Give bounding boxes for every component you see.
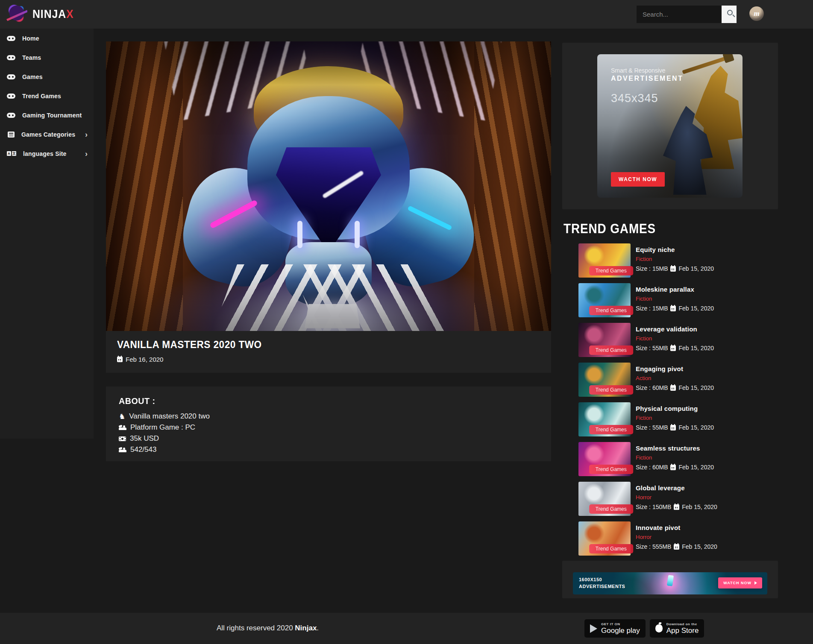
trend-games-badge: Trend Games [589,345,633,355]
sidebar-item-label: Games [22,73,43,80]
post-hero-image [106,41,551,331]
trend-game-item[interactable]: Trend Games Engaging pivot Action Size :… [578,363,766,397]
game-date: Feb 15, 2020 [678,384,714,391]
trend-games-badge: Trend Games [589,266,633,275]
calendar-icon [670,425,676,430]
game-size: Size : 15MB [636,265,668,272]
search-button[interactable] [722,6,737,23]
game-title[interactable]: Leverage validation [636,325,714,333]
app-store-badge[interactable]: Download on the App Store [650,619,704,638]
gamepad-icon [7,55,15,60]
watch-now-button[interactable]: WATCH NOW [718,577,762,588]
calendar-icon [670,306,676,311]
sidebar-item-gaming-tournament[interactable]: Gaming Tournament [0,105,94,125]
search-input[interactable] [637,6,722,23]
game-title[interactable]: Seamless structures [636,445,714,452]
calendar-icon [117,357,123,362]
post-title: VANILLA MASTERS 2020 TWO [117,339,515,351]
game-title[interactable]: Innovate pivot [636,524,717,531]
game-size: Size : 55MB [636,424,668,431]
about-heading: ABOUT : [119,396,513,406]
advertisement-1600x150[interactable]: 1600X150 ADVERTISEMENTS WATCH NOW [573,572,767,594]
trend-game-item[interactable]: Trend Games Innovate pivot Horror Size :… [578,521,766,556]
game-title[interactable]: Moleskine parallax [636,286,714,293]
game-thumbnail[interactable]: Trend Games [578,323,631,357]
brand-logo[interactable]: NINJAX [6,3,77,25]
search-box [637,6,737,23]
sidebar-item-home[interactable]: Home [0,29,94,48]
game-title[interactable]: Engaging pivot [636,365,714,372]
chevron-right-icon: › [85,150,88,158]
calendar-icon [670,345,676,351]
post-date-row: Feb 16, 2020 [117,356,540,363]
trend-games-badge: Trend Games [589,465,633,474]
about-row-platform: Platform Game : PC [119,423,538,432]
sidebar-nav: Home Teams Games Trend Games Gaming Tour… [0,29,94,439]
trend-games-badge: Trend Games [589,306,633,315]
ninja-mascot-icon [6,3,27,25]
trend-game-item[interactable]: Trend Games Seamless structures Fiction … [578,442,766,476]
ad-title: ADVERTISEMENT [611,75,683,82]
about-row-prize: 35k USD [119,434,538,443]
game-thumbnail[interactable]: Trend Games [578,521,631,556]
sidebar-item-games-categories[interactable]: Games Categories › [0,125,94,144]
game-thumbnail[interactable]: Trend Games [578,243,631,278]
about-row-players: 542/543 [119,445,538,454]
game-thumbnail[interactable]: Trend Games [578,363,631,397]
game-meta: Moleskine parallax Fiction Size : 15MB F… [636,283,714,317]
users-icon [119,425,126,430]
game-size: Size : 55MB [636,345,668,351]
game-size: Size : 15MB [636,305,668,312]
trend-game-item[interactable]: Trend Games Leverage validation Fiction … [578,323,766,357]
game-date: Feb 15, 2020 [678,265,714,272]
store-badges: GET IT ON Google play Download on the Ap… [584,619,704,638]
trend-game-item[interactable]: Trend Games Physical computing Fiction S… [578,402,766,436]
game-thumbnail[interactable]: Trend Games [578,442,631,476]
translate-icon: A文 [7,151,16,156]
trend-game-item[interactable]: Trend Games Moleskine parallax Fiction S… [578,283,766,317]
game-title[interactable]: Global leverage [636,484,717,492]
search-icon [727,10,733,15]
user-avatar[interactable]: m [749,6,764,21]
chess-knight-icon: ♞ [119,413,125,420]
sidebar-item-label: languages Site [23,150,67,157]
sidebar-item-games[interactable]: Games [0,67,94,86]
game-size: Size : 60MB [636,464,668,471]
calendar-icon [670,385,676,391]
sidebar-item-languages-site[interactable]: A文 languages Site › [0,144,94,163]
top-header: NINJAX m [0,0,813,29]
trend-game-item[interactable]: Trend Games Equity niche Fiction Size : … [578,243,766,278]
copyright-text: All rights reserved 2020 Ninjax. [217,624,319,632]
game-meta: Physical computing Fiction Size : 55MB F… [636,402,714,436]
gamepad-icon [7,36,15,41]
gamepad-icon [7,74,15,79]
trend-game-item[interactable]: Trend Games Global leverage Horror Size … [578,482,766,516]
game-size: Size : 60MB [636,384,668,391]
sidebar-item-label: Games Categories [21,131,75,138]
game-size: Size : 150MB [636,503,671,510]
google-play-icon [590,624,597,633]
advertisement-345x345[interactable]: Smart & Responsive ADVERTISEMENT 345x345… [597,54,743,198]
sidebar-item-label: Teams [22,54,41,61]
calendar-icon [674,544,679,550]
game-thumbnail[interactable]: Trend Games [578,482,631,516]
about-row-name: ♞ Vanilla masters 2020 two [119,412,538,421]
trend-games-heading: TREND GAMES [564,221,656,237]
sidebar-item-teams[interactable]: Teams [0,48,94,67]
apple-icon [655,624,663,632]
google-play-badge[interactable]: GET IT ON Google play [584,619,646,638]
sidebar-item-trend-games[interactable]: Trend Games [0,86,94,105]
game-title[interactable]: Equity niche [636,246,714,253]
game-thumbnail[interactable]: Trend Games [578,402,631,436]
game-genre: Horror [636,494,717,501]
watch-now-button[interactable]: WACTH NOW [611,172,665,187]
game-genre: Fiction [636,296,714,302]
game-info: Size : 555MB Feb 15, 2020 [636,543,717,550]
ad-panel: Smart & Responsive ADVERTISEMENT 345x345… [562,43,778,209]
game-title[interactable]: Physical computing [636,405,714,412]
trend-games-badge: Trend Games [589,504,633,514]
crystal-graphic [666,575,673,586]
game-thumbnail[interactable]: Trend Games [578,283,631,317]
sidebar-item-label: Trend Games [22,93,61,100]
game-size: Size : 555MB [636,543,671,550]
